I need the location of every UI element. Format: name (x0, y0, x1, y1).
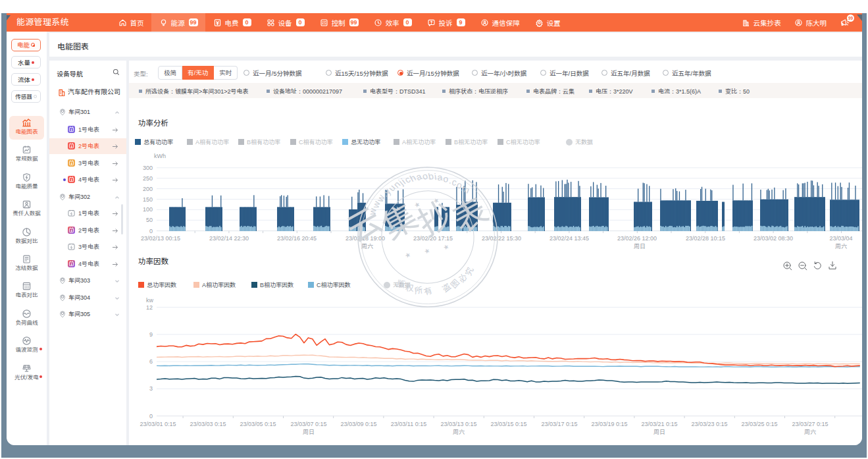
svg-text:周六: 周六 (453, 429, 465, 435)
svg-text:50: 50 (146, 217, 153, 223)
svg-text:23/03/07 0:15: 23/03/07 0:15 (290, 421, 326, 427)
svg-text:23/03/21 0:15: 23/03/21 0:15 (641, 421, 677, 427)
svg-text:200: 200 (143, 186, 153, 192)
svg-text:23/03/23 0:15: 23/03/23 0:15 (691, 421, 727, 427)
svg-text:23/03/25 0:15: 23/03/25 0:15 (741, 421, 777, 427)
svg-text:150: 150 (143, 196, 153, 203)
svg-text:23/03/13 0:15: 23/03/13 0:15 (440, 421, 476, 427)
svg-text:23/02/28 10:15: 23/02/28 10:15 (686, 235, 725, 242)
svg-text:23/03/27 0:15: 23/03/27 0:15 (792, 421, 828, 427)
svg-text:周六: 周六 (361, 243, 373, 250)
svg-text:23/02/13 00:15: 23/02/13 00:15 (141, 235, 180, 242)
svg-text:250: 250 (143, 175, 153, 182)
svg-text:23/02/14 22:30: 23/02/14 22:30 (209, 235, 249, 242)
svg-text:周六: 周六 (804, 429, 816, 435)
svg-text:23/02/20 17:15: 23/02/20 17:15 (413, 235, 453, 242)
svg-text:23/03/11 0:15: 23/03/11 0:15 (391, 421, 426, 427)
svg-text:23/03/15 0:15: 23/03/15 0:15 (490, 421, 526, 427)
svg-text:23/02/16 20:45: 23/02/16 20:45 (277, 235, 317, 242)
svg-text:300: 300 (143, 165, 153, 171)
svg-text:周日: 周日 (303, 429, 315, 435)
svg-text:23/03/17 0:15: 23/03/17 0:15 (541, 421, 577, 427)
svg-text:23/03/03 0:15: 23/03/03 0:15 (190, 421, 226, 427)
svg-text:0: 0 (149, 228, 153, 234)
svg-text:3: 3 (149, 385, 153, 392)
svg-text:周六: 周六 (835, 243, 847, 250)
svg-text:6: 6 (149, 358, 153, 365)
svg-text:23/03/01 0:15: 23/03/01 0:15 (140, 421, 176, 427)
svg-text:9: 9 (149, 331, 153, 338)
svg-text:23/02/26 12:00: 23/02/26 12:00 (617, 235, 657, 242)
svg-text:23/03/02 08:30: 23/03/02 08:30 (753, 235, 793, 242)
svg-text:23/03/04: 23/03/04 (829, 235, 852, 242)
svg-text:0: 0 (149, 413, 153, 419)
svg-text:23/03/05 0:15: 23/03/05 0:15 (240, 421, 276, 427)
svg-text:23/03/19 0:15: 23/03/19 0:15 (591, 421, 627, 427)
svg-text:100: 100 (143, 206, 153, 213)
svg-text:周日: 周日 (634, 243, 646, 250)
svg-text:23/03/09 0:15: 23/03/09 0:15 (340, 421, 376, 427)
svg-text:23/02/22 15:30: 23/02/22 15:30 (482, 235, 521, 242)
svg-text:12: 12 (146, 304, 153, 311)
svg-text:23/02/24 13:45: 23/02/24 13:45 (549, 235, 589, 242)
svg-text:23/02/18 19:00: 23/02/18 19:00 (345, 235, 385, 242)
svg-text:周日: 周日 (653, 429, 665, 435)
